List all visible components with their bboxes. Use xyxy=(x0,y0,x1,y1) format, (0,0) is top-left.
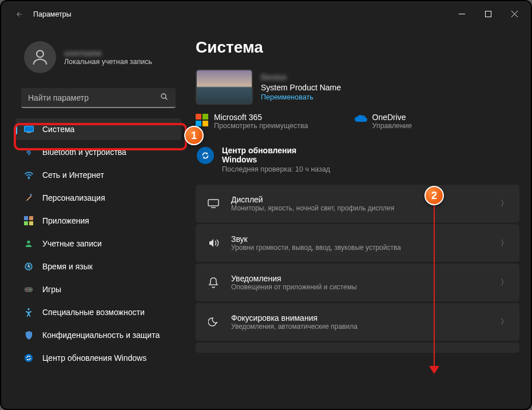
nav-apps[interactable]: Приложения xyxy=(15,210,181,232)
search-box[interactable] xyxy=(21,88,176,108)
profile-subtitle: Локальная учетная запись xyxy=(64,58,152,66)
svg-rect-6 xyxy=(27,132,31,133)
bluetooth-icon xyxy=(23,147,34,157)
ms365-title: Microsoft 365 xyxy=(214,113,308,122)
nav-label: Игры xyxy=(42,285,61,294)
nav-label: Bluetooth и устройства xyxy=(42,148,126,157)
onedrive-title: OneDrive xyxy=(372,113,412,122)
avatar xyxy=(24,41,56,73)
card-sub: Оповещения от приложений и системы xyxy=(231,283,489,291)
maximize-button[interactable] xyxy=(475,3,501,26)
nav-label: Приложения xyxy=(42,216,89,225)
wifi-icon xyxy=(23,170,34,180)
main-panel: Система Device System Product Name Переи… xyxy=(196,27,525,409)
nav-update[interactable]: Центр обновления Windows xyxy=(15,347,181,369)
bell-icon xyxy=(207,277,220,288)
annotation-step-1: 1 xyxy=(184,126,204,145)
display-icon xyxy=(207,199,220,208)
nav-label: Время и язык xyxy=(42,262,93,271)
svg-rect-12 xyxy=(29,221,33,225)
update-sub: Последняя проверка: 10 ч назад xyxy=(222,165,330,173)
settings-window: Параметры username Локальная учетная зап… xyxy=(0,0,532,410)
nav-network[interactable]: Сеть и Интернет xyxy=(15,164,181,186)
nav-accessibility[interactable]: Специальные возможности xyxy=(15,301,181,323)
search-icon xyxy=(160,92,169,103)
svg-point-3 xyxy=(161,94,166,98)
svg-point-18 xyxy=(27,308,29,310)
card-sub: Мониторы, яркость, ночной свет, профиль … xyxy=(231,204,489,212)
svg-rect-23 xyxy=(203,121,208,126)
update-icon xyxy=(197,147,214,164)
search-input[interactable] xyxy=(28,93,160,102)
chevron-right-icon: 〉 xyxy=(501,277,508,288)
gamepad-icon xyxy=(23,284,34,294)
svg-rect-15 xyxy=(25,287,33,292)
card-sub: Уровни громкости, вывод, ввод, звуковые … xyxy=(231,244,489,252)
nav-label: Специальные возможности xyxy=(42,308,145,317)
nav-privacy[interactable]: Конфиденциальность и защита xyxy=(15,324,181,346)
service-ms365[interactable]: Microsoft 365 Просмотреть преимущества xyxy=(196,113,308,130)
sidebar: username Локальная учетная запись Систем… xyxy=(15,27,181,409)
svg-point-19 xyxy=(25,354,33,363)
window-controls xyxy=(448,3,527,26)
user-profile[interactable]: username Локальная учетная запись xyxy=(15,38,181,83)
service-onedrive[interactable]: OneDrive Управление xyxy=(354,113,412,130)
device-product: System Product Name xyxy=(261,83,341,92)
nav-personalization[interactable]: Персонализация xyxy=(15,187,181,209)
nav-label: Конфиденциальность и защита xyxy=(42,331,160,340)
profile-name: username xyxy=(64,49,152,58)
person-icon xyxy=(23,238,34,249)
svg-rect-24 xyxy=(208,200,219,206)
device-summary[interactable]: Device System Product Name Переименовать xyxy=(196,69,519,105)
svg-rect-8 xyxy=(30,194,32,196)
update-title: Центр обновления Windows xyxy=(222,146,325,164)
nav-bluetooth[interactable]: Bluetooth и устройства xyxy=(15,141,181,163)
chevron-right-icon: 〉 xyxy=(501,198,508,209)
card-focus[interactable]: Фокусировка внимания Уведомления, автома… xyxy=(196,303,519,341)
svg-line-4 xyxy=(165,98,167,99)
nav-label: Система xyxy=(42,125,74,134)
card-partial[interactable] xyxy=(196,343,519,353)
ms365-sub: Просмотреть преимущества xyxy=(214,122,308,130)
nav-label: Персонализация xyxy=(42,193,105,202)
nav-label: Учетные записи xyxy=(42,239,102,248)
clock-icon xyxy=(23,261,34,272)
svg-rect-9 xyxy=(24,216,28,220)
svg-point-17 xyxy=(30,289,31,290)
card-notifications[interactable]: Уведомления Оповещения от приложений и с… xyxy=(196,264,519,301)
card-sound[interactable]: Звук Уровни громкости, вывод, ввод, звук… xyxy=(196,224,519,262)
svg-rect-10 xyxy=(29,216,33,220)
chevron-right-icon: 〉 xyxy=(501,238,508,248)
close-button[interactable] xyxy=(501,3,527,26)
nav-accounts[interactable]: Учетные записи xyxy=(15,233,181,254)
svg-point-16 xyxy=(26,289,27,290)
device-name: Device xyxy=(261,73,341,82)
onedrive-sub: Управление xyxy=(372,122,412,130)
svg-rect-22 xyxy=(196,121,201,126)
back-button[interactable] xyxy=(11,6,27,22)
nav-label: Сеть и Интернет xyxy=(42,170,104,180)
paintbrush-icon xyxy=(23,193,34,203)
nav-time[interactable]: Время и язык xyxy=(15,256,181,277)
rename-link[interactable]: Переименовать xyxy=(261,93,341,101)
device-thumbnail xyxy=(196,69,253,105)
nav-list: Система Bluetooth и устройства Сеть и Ин… xyxy=(15,118,181,369)
apps-icon xyxy=(23,216,34,226)
card-display[interactable]: Дисплей Мониторы, яркость, ночной свет, … xyxy=(196,185,519,222)
svg-point-13 xyxy=(27,241,30,244)
card-title: Звук xyxy=(231,234,489,244)
shield-icon xyxy=(23,330,34,340)
chevron-right-icon: 〉 xyxy=(501,317,508,327)
windows-update-card[interactable]: Центр обновления Windows Последняя прове… xyxy=(196,146,519,173)
nav-system[interactable]: Система xyxy=(15,118,181,140)
svg-rect-21 xyxy=(203,114,208,120)
minimize-button[interactable] xyxy=(448,3,475,26)
nav-gaming[interactable]: Игры xyxy=(15,278,181,300)
onedrive-icon xyxy=(354,114,367,126)
window-title: Параметры xyxy=(33,10,72,18)
monitor-icon xyxy=(23,124,34,134)
card-title: Фокусировка внимания xyxy=(231,313,489,323)
moon-icon xyxy=(207,317,220,327)
accessibility-icon xyxy=(23,307,34,317)
card-title: Уведомления xyxy=(231,274,489,283)
